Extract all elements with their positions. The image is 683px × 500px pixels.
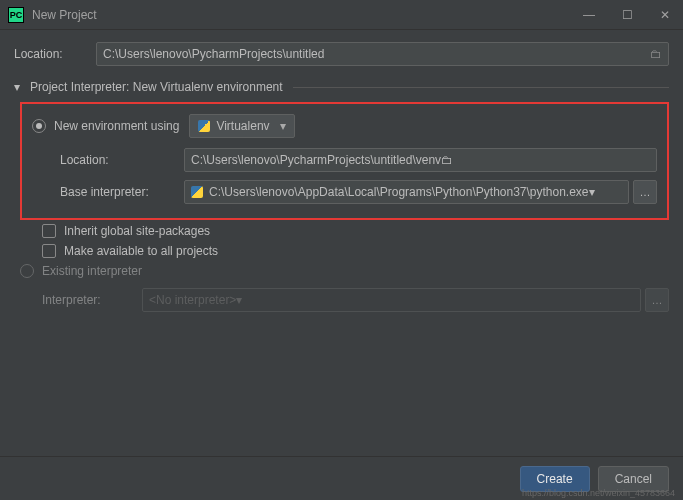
existing-interpreter-row: Interpreter: <No interpreter> ▾ … <box>42 288 669 312</box>
existing-label: Existing interpreter <box>42 264 142 278</box>
chevron-down-icon: ▾ <box>589 185 595 199</box>
highlighted-region: New environment using Virtualenv ▾ Locat… <box>20 102 669 220</box>
browse-existing-button[interactable]: … <box>645 288 669 312</box>
titlebar: PC New Project ― ☐ ✕ <box>0 0 683 30</box>
chevron-down-icon: ▾ <box>280 119 286 133</box>
project-location-row: Location: C:\Users\lenovo\PycharmProject… <box>14 42 669 66</box>
app-icon: PC <box>8 7 24 23</box>
new-env-radio[interactable] <box>32 119 46 133</box>
browse-interpreter-button[interactable]: … <box>633 180 657 204</box>
window-controls: ― ☐ ✕ <box>579 5 675 25</box>
env-location-input[interactable]: C:\Users\lenovo\PycharmProjects\untitled… <box>184 148 657 172</box>
new-env-details: Location: C:\Users\lenovo\PycharmProject… <box>32 148 657 204</box>
section-title: Project Interpreter: New Virtualenv envi… <box>30 80 283 94</box>
inherit-label: Inherit global site-packages <box>64 224 210 238</box>
existing-radio[interactable] <box>20 264 34 278</box>
base-interpreter-value: C:\Users\lenovo\AppData\Local\Programs\P… <box>209 185 589 199</box>
window-title: New Project <box>32 8 579 22</box>
base-interpreter-dropdown[interactable]: C:\Users\lenovo\AppData\Local\Programs\P… <box>184 180 629 204</box>
env-tool-value: Virtualenv <box>216 119 269 133</box>
location-input[interactable]: C:\Users\lenovo\PycharmProjects\untitled… <box>96 42 669 66</box>
create-label: Create <box>537 472 573 486</box>
existing-interpreter-dropdown: <No interpreter> ▾ <box>142 288 641 312</box>
section-divider <box>293 87 669 88</box>
env-location-value: C:\Users\lenovo\PycharmProjects\untitled… <box>191 153 441 167</box>
collapse-arrow-icon: ▾ <box>14 80 24 94</box>
new-env-radio-row[interactable]: New environment using Virtualenv ▾ <box>32 114 657 138</box>
env-location-row: Location: C:\Users\lenovo\PycharmProject… <box>60 148 657 172</box>
inherit-checkbox[interactable] <box>42 224 56 238</box>
env-tool-dropdown[interactable]: Virtualenv ▾ <box>189 114 294 138</box>
interpreter-section-header[interactable]: ▾ Project Interpreter: New Virtualenv en… <box>14 80 669 94</box>
chevron-down-icon: ▾ <box>236 293 242 307</box>
location-label: Location: <box>14 47 96 61</box>
base-interpreter-label: Base interpreter: <box>60 185 184 199</box>
existing-interp-label: Interpreter: <box>42 293 142 307</box>
inherit-packages-row[interactable]: Inherit global site-packages <box>14 224 669 238</box>
location-value: C:\Users\lenovo\PycharmProjects\untitled <box>103 47 324 61</box>
watermark: https://blog.csdn.net/weixin_45783664 <box>522 488 675 498</box>
existing-interp-value: <No interpreter> <box>149 293 236 307</box>
cancel-label: Cancel <box>615 472 652 486</box>
base-interpreter-row: Base interpreter: C:\Users\lenovo\AppDat… <box>60 180 657 204</box>
close-button[interactable]: ✕ <box>655 5 675 25</box>
maximize-button[interactable]: ☐ <box>617 5 637 25</box>
folder-icon[interactable]: 🗀 <box>441 153 453 167</box>
existing-details: Interpreter: <No interpreter> ▾ … <box>14 288 669 312</box>
make-available-checkbox[interactable] <box>42 244 56 258</box>
existing-interpreter-radio-row[interactable]: Existing interpreter <box>14 264 669 278</box>
content: Location: C:\Users\lenovo\PycharmProject… <box>0 30 683 312</box>
new-env-label: New environment using <box>54 119 179 133</box>
python-icon <box>198 120 210 132</box>
make-available-row[interactable]: Make available to all projects <box>14 244 669 258</box>
env-location-label: Location: <box>60 153 184 167</box>
make-available-label: Make available to all projects <box>64 244 218 258</box>
minimize-button[interactable]: ― <box>579 5 599 25</box>
python-icon <box>191 186 203 198</box>
folder-icon[interactable]: 🗀 <box>650 47 662 61</box>
